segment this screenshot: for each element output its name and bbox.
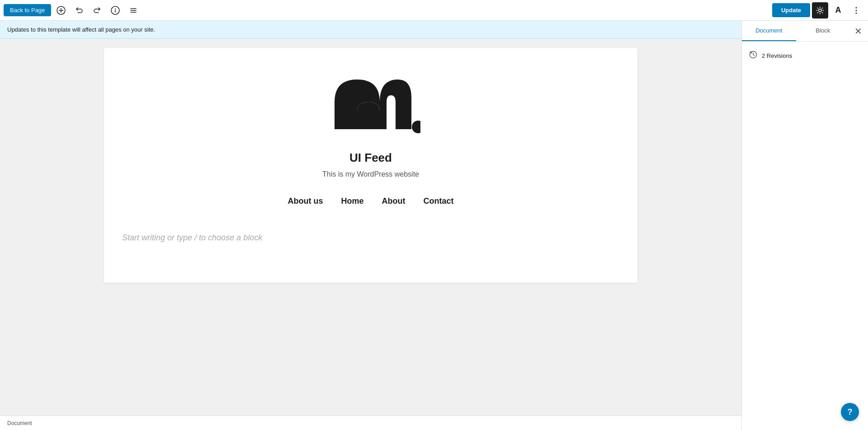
site-logo — [321, 66, 420, 140]
svg-point-5 — [115, 8, 116, 9]
info-icon — [111, 6, 120, 15]
details-button[interactable] — [107, 2, 123, 19]
svg-point-12 — [856, 12, 857, 14]
close-icon: ✕ — [854, 26, 862, 37]
editor-area: Updates to this template will affect all… — [0, 21, 741, 430]
nav-item-contact[interactable]: Contact — [424, 196, 454, 206]
update-button[interactable]: Update — [772, 3, 810, 17]
svg-point-9 — [819, 9, 821, 12]
canvas-area[interactable]: UI Feed This is my WordPress website Abo… — [0, 39, 741, 416]
more-options-icon — [852, 6, 861, 15]
logo-image — [321, 66, 420, 138]
tools-icon: A — [835, 5, 841, 15]
undo-button[interactable] — [71, 2, 87, 19]
notice-text: Updates to this template will affect all… — [7, 26, 155, 33]
revisions-item[interactable]: 2 Revisions — [749, 49, 861, 62]
revisions-icon — [749, 51, 757, 61]
site-navigation: About us Home About Contact — [288, 196, 454, 206]
status-text: Document — [7, 420, 32, 426]
notice-bar: Updates to this template will affect all… — [0, 21, 741, 39]
redo-icon — [93, 6, 102, 15]
plus-circle-icon — [57, 6, 66, 15]
help-button[interactable]: ? — [841, 403, 859, 421]
sidebar: Document Block ✕ 2 Revisions — [741, 21, 868, 430]
nav-item-about-us[interactable]: About us — [288, 196, 323, 206]
gear-icon — [816, 6, 825, 15]
add-block-button[interactable] — [53, 2, 69, 19]
sidebar-close-button[interactable]: ✕ — [850, 23, 866, 39]
sidebar-tabs: Document Block ✕ — [742, 21, 868, 42]
back-to-page-button[interactable]: Back to Page — [4, 4, 51, 16]
redo-button[interactable] — [89, 2, 105, 19]
tools-button[interactable]: A — [830, 2, 846, 19]
settings-button[interactable] — [812, 2, 828, 19]
status-bar: Document — [0, 416, 741, 430]
tab-block[interactable]: Block — [796, 21, 850, 41]
toolbar: Back to Page — [0, 0, 868, 21]
block-placeholder[interactable]: Start writing or type / to choose a bloc… — [118, 233, 624, 243]
svg-point-11 — [856, 9, 857, 11]
list-view-icon — [129, 6, 138, 15]
more-options-button[interactable] — [848, 2, 864, 19]
site-tagline: This is my WordPress website — [322, 170, 419, 178]
svg-point-10 — [856, 7, 857, 8]
site-title: UI Feed — [349, 151, 392, 165]
list-view-button[interactable] — [125, 2, 142, 19]
toolbar-right: Update A — [772, 2, 864, 19]
tab-document[interactable]: Document — [742, 21, 796, 41]
help-icon: ? — [848, 407, 853, 417]
nav-item-about[interactable]: About — [382, 196, 406, 206]
nav-item-home[interactable]: Home — [341, 196, 364, 206]
main-area: Updates to this template will affect all… — [0, 21, 868, 430]
undo-icon — [75, 6, 84, 15]
revisions-label: 2 Revisions — [762, 52, 792, 59]
sidebar-content: 2 Revisions — [742, 42, 868, 430]
page-canvas: UI Feed This is my WordPress website Abo… — [104, 48, 637, 283]
svg-point-13 — [412, 121, 420, 133]
